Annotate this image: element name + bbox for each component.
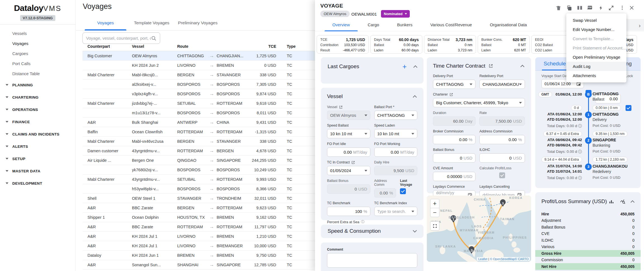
map-attr-carto[interactable]: © CARTO: [515, 257, 529, 261]
quick-actions-icon[interactable]: [597, 4, 605, 11]
close-icon[interactable]: [628, 4, 635, 11]
sidebar-item-port-calls[interactable]: Port Calls: [0, 59, 75, 69]
table-row[interactable]: v3plxz4gfh-v...BOSPOROS→BOSPOROS9,874 US…: [82, 89, 315, 99]
sidebar-section-alerts[interactable]: ALERTS: [0, 140, 75, 153]
table-row[interactable]: yk7680i2oj-v...BOSPOROS→BOSPOROS10,249 U…: [82, 165, 315, 175]
table-row[interactable]: KH 2024 Jun 2LIVORNO→BREMEN0 USDTC: [82, 61, 315, 70]
map-zoom-in-button[interactable]: +: [430, 199, 439, 208]
sidebar-section-chartering[interactable]: CHARTERING: [0, 91, 75, 103]
broker-commission-input[interactable]: 0.00%: [433, 135, 475, 144]
pdf-export-icon[interactable]: PDF: [586, 4, 593, 11]
more-icon[interactable]: [619, 4, 626, 11]
add-cargo-button[interactable]: +: [402, 64, 407, 69]
table-row[interactable]: A&RBBC ZarateBERGEN→ROTTERDAM9,623 USDTC: [82, 203, 315, 213]
table-row[interactable]: h53ywl6pbi-v...BOSPOROS→BOSPOROS8,366 US…: [82, 184, 315, 194]
compare-icon[interactable]: [576, 4, 583, 11]
table-row[interactable]: DataloyKH 2024 Jun 1BREMEN→BREMEN9,750 U…: [82, 251, 315, 260]
sidebar-item-vessels[interactable]: Vessels: [0, 28, 75, 39]
sidebar-section-planning[interactable]: PLANNING: [0, 79, 75, 91]
tab-schedule[interactable]: Schedule: [544, 57, 566, 70]
map-fullscreen-button[interactable]: [430, 221, 439, 230]
tab-voyages[interactable]: Voyages: [82, 16, 129, 30]
panel-tab-bunkers[interactable]: Bunkers: [388, 19, 421, 31]
sidebar-item-voyages[interactable]: Voyages: [0, 39, 75, 49]
address-commission-input[interactable]: 0.00%: [479, 135, 525, 144]
status-dropdown[interactable]: Nominated: [381, 10, 410, 18]
sidebar-section-operations[interactable]: OPERATIONS: [0, 103, 75, 116]
ilohc-input[interactable]: 0USD: [479, 153, 525, 163]
panel-tab-cargo[interactable]: Cargo: [359, 19, 388, 31]
collapse-icon[interactable]: [631, 200, 634, 204]
table-row[interactable]: A&RSonangol Sun...SHANGHAI→SINGAPORE12,7…: [82, 260, 315, 270]
table-row[interactable]: Big CustomerOEW AlmyrosCHITTAGONG→CHANGJ…: [82, 51, 315, 61]
charterer-select[interactable]: Big Customer, Charterer, 45999, Tokyo: [433, 98, 525, 107]
cve-amount-input[interactable]: 0.00000USD: [433, 172, 475, 181]
route-map[interactable]: 1 2 3 CHINAKOREANEPALBANGLADESHINDIAMYAN…: [427, 196, 531, 262]
expand-icon[interactable]: [607, 4, 615, 11]
sidebar-section-claims-and-incidents[interactable]: CLAIMS AND INCIDENTS: [0, 128, 75, 140]
table-row[interactable]: Mabl ChartererMabl-i9kcsj0...BERGEN→STAV…: [82, 70, 315, 80]
table-row[interactable]: Mabl Charterer43yrgntdmu-v...SETUBAL→ROT…: [82, 175, 315, 184]
table-row[interactable]: ShellOEW Steel 1STAVANGER→TRONDHEIM32,01…: [82, 194, 315, 203]
map-attr-leaflet[interactable]: Leaflet: [478, 257, 487, 261]
tab-preliminary-voyages[interactable]: Preliminary Voyages: [175, 16, 221, 30]
map-attr-osm[interactable]: © OpenStreetMap: [490, 257, 515, 261]
last-voyage-checkbox[interactable]: [400, 188, 406, 194]
table-row[interactable]: BaffinOcean ClownfishROTTERDAM→ROTTERDAM…: [82, 127, 315, 137]
collapse-icon[interactable]: [413, 65, 417, 69]
tc-benchmark-input[interactable]: 100%: [327, 207, 370, 216]
open-contract-icon[interactable]: [489, 64, 493, 68]
table-row[interactable]: Mabl ChartererMabl-vx46vc2usaBERGEN→STAV…: [82, 137, 315, 146]
sidebar-item-cargoes[interactable]: Cargoes: [0, 49, 75, 59]
external-link-icon[interactable]: [449, 93, 453, 96]
bar-chart-icon[interactable]: [609, 199, 614, 204]
tab-template-voyages[interactable]: Template Voyages: [129, 16, 175, 30]
panel-tab-overview[interactable]: Overview: [323, 19, 359, 31]
tc-in-contract-select[interactable]: 01/05/2024: [327, 166, 370, 175]
table-row[interactable]: Air Liquide ...Bergen OneQINGDAO→SINGAPO…: [82, 156, 315, 165]
tc-benchmark-index-select[interactable]: Type to search.: [374, 207, 418, 216]
table-row[interactable]: m1u13i1z78-v...BOSPOROS→BOSPOROS8,011 US…: [82, 108, 315, 118]
delete-icon[interactable]: [555, 4, 562, 11]
sidebar-section-finance[interactable]: FINANCE: [0, 116, 75, 128]
external-link-icon[interactable]: [339, 105, 343, 109]
menu-item-attachments[interactable]: Attachments: [566, 71, 626, 80]
lock-checkbox[interactable]: [626, 105, 631, 111]
collapse-icon[interactable]: [520, 65, 524, 68]
speed-ballast-select[interactable]: 10 kn 10 mt: [327, 129, 370, 138]
duplicate-icon[interactable]: [565, 4, 573, 11]
vessel-chip[interactable]: OEW Almyros: [320, 11, 350, 17]
sidebar-section-development[interactable]: DEVELOPMENT: [0, 177, 75, 189]
table-row[interactable]: al2ksi6xej-v...BOSPOROS→BOSPOROS7,305 US…: [82, 80, 315, 89]
collapse-icon[interactable]: [413, 95, 417, 99]
panel-tab-various-cost-revenue[interactable]: Various Cost/Revenue: [421, 19, 481, 31]
map-zoom-out-button[interactable]: −: [430, 208, 439, 217]
table-row[interactable]: Mabl Chartererjizdvbbg7ej-...SETUBAL→ROT…: [82, 99, 315, 108]
vessel-select[interactable]: OEW Almyros: [327, 111, 370, 120]
fo-port-working-input[interactable]: 0.00MT/day: [374, 148, 418, 157]
fo-port-idle-input[interactable]: 0.00MT/day: [327, 148, 370, 157]
menu-item-audit-log[interactable]: Audit Log: [566, 62, 626, 71]
table-row[interactable]: A&RKH 2024 Jul 1LIVORNO→BREMEN1,210 USDT…: [82, 232, 315, 241]
tcc-ballast-bonus-input[interactable]: 0USD: [433, 153, 475, 163]
sidebar-section-setup[interactable]: SETUP: [0, 153, 75, 165]
table-row[interactable]: Shipper 1Ocean DolphinHOUSTON, TX→BREMEN…: [82, 213, 315, 222]
sidebar-section-master-data[interactable]: MASTER DATA: [0, 165, 75, 177]
table-row[interactable]: A&RBulk ShanghaiANTWERP→CHINA9,431 USDTC: [82, 118, 315, 127]
table-row[interactable]: A&RBBC ZarateROTTERDAM→ROTTERDAM11,797 U…: [82, 222, 315, 232]
ballast-port-select[interactable]: CHITTAGONG: [374, 111, 418, 120]
tabs-scroll-right-icon[interactable]: ›: [639, 22, 641, 29]
comment-textarea[interactable]: [327, 253, 417, 268]
delivery-port-select[interactable]: CHITTAGONG: [433, 80, 475, 89]
table-row[interactable]: A&RKH 2024 Jul 1LIVORNO→BREMANGER10,000 …: [82, 241, 315, 251]
panel-tab-organisational-data[interactable]: Organisational Data: [481, 19, 536, 31]
sidebar-item-distance-table[interactable]: Distance Table: [0, 69, 75, 79]
speed-laden-select[interactable]: 10 kn 10 mt: [374, 129, 418, 138]
trend-search-icon[interactable]: [620, 199, 626, 205]
speed-consumption-card[interactable]: Speed & Consumption: [321, 225, 423, 238]
menu-item-open-preliminary-voyage[interactable]: Open Preliminary Voyage: [566, 53, 626, 62]
expand-icon[interactable]: [413, 229, 417, 232]
redelivery-port-select[interactable]: CHANGJIANGKOU: [479, 80, 525, 89]
menu-item-swap-vessel[interactable]: Swap Vessel: [566, 16, 626, 25]
external-link-icon[interactable]: [351, 161, 355, 164]
